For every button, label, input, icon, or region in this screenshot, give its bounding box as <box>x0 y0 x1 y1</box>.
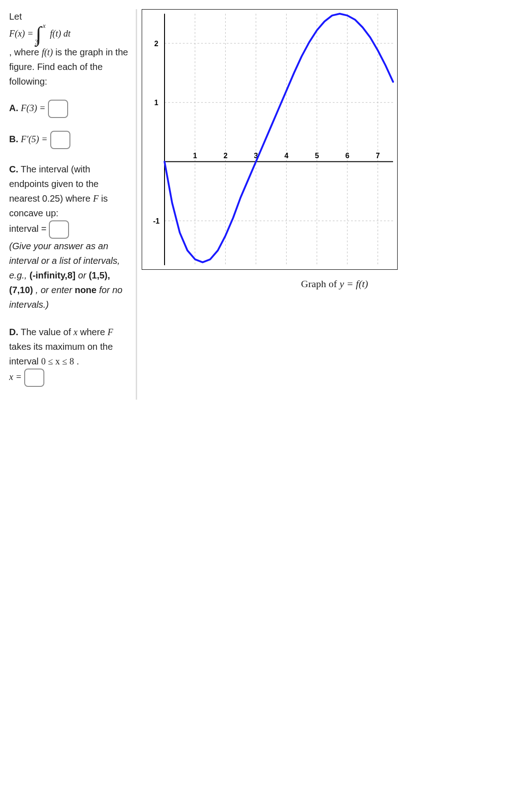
part-C-label: C. <box>9 164 18 174</box>
part-D-period: . <box>77 356 80 366</box>
question-panel: Let F(x) = ∫ 3 x f(t) dt , where f(t) is… <box>9 9 137 400</box>
svg-text:1: 1 <box>154 99 159 107</box>
part-C-ex1: (-infinity,8] <box>29 270 75 280</box>
where-text: , where <box>9 47 39 57</box>
part-B-label: B. <box>9 134 18 144</box>
part-D-input[interactable] <box>24 369 44 387</box>
part-D: D. The value of x where F takes its maxi… <box>9 325 130 387</box>
part-D-text1: The value of <box>21 327 71 337</box>
part-A: A. F(3) = <box>9 100 130 118</box>
svg-text:4: 4 <box>284 152 288 160</box>
svg-text:5: 5 <box>315 152 319 160</box>
part-A-label: A. <box>9 103 18 113</box>
part-B: B. F′(5) = <box>9 131 130 149</box>
part-D-text2: where <box>80 327 105 337</box>
F-def-lhs: F(x) = <box>9 28 36 38</box>
part-A-input[interactable] <box>48 100 68 118</box>
part-B-input[interactable] <box>50 131 70 149</box>
svg-text:6: 6 <box>346 152 350 160</box>
part-C-input[interactable] <box>49 220 69 239</box>
svg-text:2: 2 <box>154 40 159 48</box>
chart-caption: Graph of y = f(t) <box>142 278 527 290</box>
svg-text:1: 1 <box>193 152 197 160</box>
interval-eq: interval = <box>9 224 47 234</box>
part-A-expr: F(3) = <box>21 103 46 113</box>
f-of-t: f(t) <box>42 47 53 57</box>
svg-text:-1: -1 <box>153 217 160 225</box>
part-C-or1: or <box>78 270 86 280</box>
part-B-expr: F′(5) = <box>21 134 48 144</box>
part-D-F: F <box>107 327 113 337</box>
integrand: f(t) dt <box>50 28 70 38</box>
part-D-range: 0 ≤ x ≤ 8 <box>41 356 74 366</box>
intro-text: Let F(x) = ∫ 3 x f(t) dt , where f(t) is… <box>9 9 130 89</box>
part-C: C. The interval (with endpoints given to… <box>9 162 130 312</box>
integral-symbol: ∫ 3 x <box>36 24 48 45</box>
svg-text:2: 2 <box>223 152 228 160</box>
part-C-F: F <box>93 193 98 203</box>
part-C-or2: , or enter <box>36 285 72 295</box>
svg-rect-0 <box>142 10 398 270</box>
svg-text:7: 7 <box>376 152 380 160</box>
figure-panel: 1234567-112 Graph of y = f(t) <box>137 9 527 400</box>
let-text: Let <box>9 11 22 21</box>
part-C-none: none <box>74 285 96 295</box>
part-D-xeq: x = <box>9 372 21 382</box>
chart: 1234567-112 <box>142 9 398 270</box>
part-D-x: x <box>74 327 78 337</box>
part-C-text1: The interval (with endpoints given to th… <box>9 164 99 203</box>
part-D-label: D. <box>9 327 18 337</box>
